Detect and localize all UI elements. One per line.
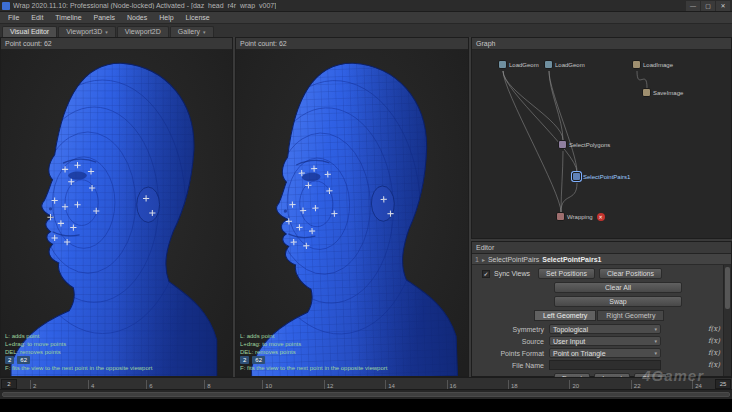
chevron-down-icon: ▾ — [203, 29, 206, 35]
editor-panel: Editor 1 ▸ SelectPointPairs SelectPointP… — [471, 241, 732, 377]
current-frame-box[interactable]: 2 — [1, 379, 17, 389]
graph-node-saveimage[interactable]: SaveImage — [642, 88, 683, 97]
timeline-tick[interactable]: 18 — [508, 380, 518, 389]
counter-badge: 62 — [17, 356, 30, 364]
maximize-button[interactable]: ▢ — [701, 1, 715, 11]
source-select[interactable]: User Input ▾ — [549, 336, 661, 346]
tab-left-geometry[interactable]: Left Geometry — [534, 310, 596, 321]
swap-button[interactable]: Swap — [554, 296, 682, 307]
menu-item-edit[interactable]: Edit — [25, 12, 49, 23]
timeline-tick[interactable]: 16 — [447, 380, 457, 389]
window-title: Wrap 2020.11.10: Professional (Node-lock… — [13, 2, 276, 9]
graph-node-selectpolygons[interactable]: SelectPolygons — [558, 140, 610, 149]
node-name-label: SelectPointPairs1 — [542, 256, 601, 263]
close-button[interactable]: ✕ — [716, 1, 730, 11]
graph-canvas[interactable]: LoadGeomLoadGeomLoadImageSaveImageSelect… — [472, 50, 731, 238]
timeline-tick[interactable]: 8 — [204, 380, 210, 389]
fx-badge[interactable]: f(x) — [708, 361, 720, 369]
graph-panel: Graph LoadGeomLoadGeomLoadImageSaveImage… — [471, 37, 732, 239]
chevron-down-icon: ▾ — [654, 338, 657, 344]
menu-item-help[interactable]: Help — [153, 12, 179, 23]
node-label: LoadGeom — [555, 62, 585, 68]
caret-right-icon[interactable]: ▸ — [482, 256, 485, 263]
graph-node-selectpointpairs1[interactable]: SelectPointPairs1 — [572, 172, 630, 181]
node-icon — [498, 60, 507, 69]
viewport-hints: L: adds pointL+drag: to move pointsDEL: … — [5, 332, 152, 372]
node-type-label: SelectPointPairs — [488, 256, 539, 263]
tab-viewport3d[interactable]: Viewport3D▾ — [58, 26, 116, 37]
hint-line: L+drag: to move points — [240, 340, 387, 348]
editor-scrollbar[interactable] — [723, 265, 731, 376]
graph-title: Graph — [472, 38, 731, 50]
node-icon — [556, 212, 565, 221]
graph-node-loadgeom[interactable]: LoadGeom — [498, 60, 539, 69]
points-format-select[interactable]: Point on Triangle ▾ — [549, 348, 661, 358]
fx-badge[interactable]: f(x) — [708, 337, 720, 345]
timeline-scrollbar-thumb[interactable] — [2, 392, 730, 397]
source-label: Source — [472, 338, 544, 345]
node-icon — [572, 172, 581, 181]
point-count-label: Point count: 62 — [236, 38, 468, 50]
window-titlebar: Wrap 2020.11.10: Professional (Node-lock… — [0, 0, 732, 12]
tab-gallery[interactable]: Gallery▾ — [170, 26, 214, 37]
counter-badge: 62 — [252, 356, 265, 364]
tab-viewport2d[interactable]: Viewport2D — [117, 26, 169, 37]
chevron-down-icon: ▾ — [654, 350, 657, 356]
fx-badge[interactable]: f(x) — [708, 325, 720, 333]
timeline-tick[interactable]: 10 — [262, 380, 272, 389]
timeline-ruler[interactable]: 24681012141618202224 — [18, 378, 714, 389]
menu-item-license[interactable]: License — [180, 12, 216, 23]
hint-line: L: adds point — [240, 332, 387, 340]
tab-right-geometry[interactable]: Right Geometry — [597, 310, 664, 321]
timeline-tick[interactable]: 2 — [30, 380, 36, 389]
editor-title: Editor — [472, 242, 731, 254]
error-icon: ✕ — [597, 213, 605, 221]
hint-line: DEL: removes points — [240, 348, 387, 356]
viewport-left-canvas[interactable]: L: adds pointL+drag: to move pointsDEL: … — [1, 50, 232, 376]
graph-node-loadgeom[interactable]: LoadGeom — [544, 60, 585, 69]
head-mesh[interactable] — [2, 50, 231, 376]
menu-item-file[interactable]: File — [2, 12, 25, 23]
end-frame-box[interactable]: 25 — [715, 379, 731, 389]
node-icon — [544, 60, 553, 69]
chevron-down-icon: ▾ — [654, 326, 657, 332]
viewport-right-canvas[interactable]: L: adds pointL+drag: to move pointsDEL: … — [236, 50, 468, 376]
sync-views-checkbox[interactable]: ✓ — [482, 270, 490, 278]
node-index: 1 — [475, 256, 479, 263]
hint-line: F: fits the view to the next point in th… — [240, 364, 387, 372]
chevron-down-icon: ▾ — [105, 29, 108, 35]
timeline-tick[interactable]: 20 — [569, 380, 579, 389]
timeline-tick[interactable]: 22 — [631, 380, 641, 389]
right-column: Graph LoadGeomLoadGeomLoadImageSaveImage… — [471, 37, 732, 377]
node-label: SelectPolygons — [569, 142, 610, 148]
timeline-tick[interactable]: 14 — [385, 380, 395, 389]
set-positions-button[interactable]: Set Positions — [538, 268, 595, 279]
menu-item-nodes[interactable]: Nodes — [121, 12, 153, 23]
tab-visual-editor[interactable]: Visual Editor — [2, 26, 57, 37]
editor-node-header[interactable]: 1 ▸ SelectPointPairs SelectPointPairs1 — [472, 254, 731, 265]
clear-all-button[interactable]: Clear All — [554, 282, 682, 293]
node-icon — [632, 60, 641, 69]
timeline-tick[interactable]: 6 — [146, 380, 152, 389]
node-label: Wrapping — [567, 214, 593, 220]
minimize-button[interactable]: — — [686, 1, 700, 11]
timeline-scrollbar[interactable] — [0, 389, 732, 399]
node-icon — [558, 140, 567, 149]
graph-node-wrapping[interactable]: Wrapping✕ — [556, 212, 605, 221]
symmetry-select[interactable]: Topological ▾ — [549, 324, 661, 334]
viewport-right[interactable]: Point count: 62 L: adds pointL+drag: to … — [235, 37, 469, 377]
viewport-left[interactable]: Point count: 62 L: adds pointL+drag: to … — [0, 37, 233, 377]
hint-line: L: adds point — [5, 332, 152, 340]
clear-positions-button[interactable]: Clear Positions — [599, 268, 662, 279]
timeline-tick[interactable]: 12 — [324, 380, 334, 389]
hint-line: L+drag: to move points — [5, 340, 152, 348]
head-mesh[interactable] — [238, 50, 467, 376]
menu-item-panels[interactable]: Panels — [88, 12, 121, 23]
graph-node-loadimage[interactable]: LoadImage — [632, 60, 673, 69]
fx-badge[interactable]: f(x) — [708, 349, 720, 357]
timeline-tick[interactable]: 4 — [88, 380, 94, 389]
node-label: LoadImage — [643, 62, 673, 68]
point-count-text: Point count: 62 — [5, 40, 52, 47]
scrollbar-thumb[interactable] — [725, 267, 730, 309]
menu-item-timeline[interactable]: Timeline — [49, 12, 87, 23]
